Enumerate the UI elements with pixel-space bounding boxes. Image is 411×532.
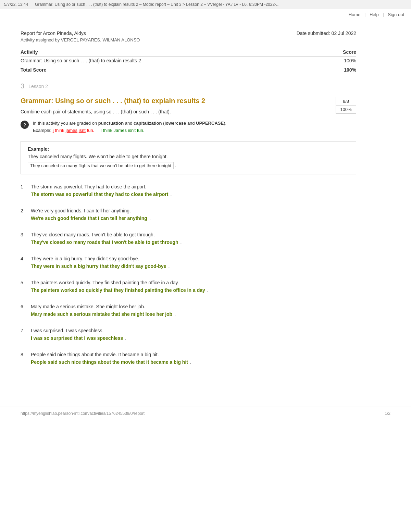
table-row: 7 I was surprised. I was speechless. I w… [21,328,356,341]
question-answer: They've closed so many roads that I won'… [31,239,356,245]
question-answer: I was so surprised that I was speechless… [31,335,356,341]
question-number: 5 [21,280,26,285]
total-score: 100% [323,65,356,74]
activity-header: Activity [21,48,323,57]
top-nav: Home | Help | Sign out [0,9,411,20]
question-body: They've closed many roads. I won't be ab… [31,232,356,245]
question-body: They were in a big hurry. They didn't sa… [31,256,356,269]
report-info: Report for Arcon Pineda, Aidys Activity … [21,30,140,42]
answer-text: The painters worked so quickly that they… [31,287,205,293]
instruction-text: Combine each pair of statements, using s… [21,109,356,114]
answer-text: I was so surprised that I was speechless [31,335,123,341]
answer-period: . [149,215,151,221]
breadcrumb-lesson: Lesson 2 [28,84,48,89]
sign-out-link[interactable]: Sign out [388,12,404,17]
question-prompt: The storm was powerful. They had to clos… [31,184,356,189]
footer-url: https://myenglishlab.pearson-intl.com/ac… [21,411,145,416]
score-percent: 100% [336,106,356,113]
example-answer-text: They canceled so many flights that we wo… [28,162,174,169]
table-row: 1 The storm was powerful. They had to cl… [21,184,356,197]
activity-name: Grammar: Using so or such . . . (that) t… [21,57,323,65]
question-number: 2 [21,208,26,213]
page-number: 1/2 [385,411,390,416]
answer-text: They were in such a big hurry that they … [31,263,166,269]
table-row: 4 They were in a big hurry. They didn't … [21,256,356,269]
answer-period: . [180,239,182,245]
question-prompt: We're very good friends. I can tell her … [31,208,356,213]
question-prompt: They were in a big hurry. They didn't sa… [31,256,356,261]
question-body: People said nice things about the movie.… [31,352,356,365]
help-icon: ? [21,121,29,129]
answer-text: They've closed so many roads that I won'… [31,239,178,245]
question-answer: They were in such a big hurry that they … [31,263,356,269]
total-label: Total Score [21,65,323,74]
question-body: We're very good friends. I can tell her … [31,208,356,221]
question-body: Mary made a serious mistake. She might l… [31,304,356,317]
answer-period: . [125,335,126,341]
question-answer: Mary made such a serious mistake that sh… [31,311,356,317]
example-answer: They canceled so many flights that we wo… [28,162,349,169]
grading-note-text: In this activity you are graded on punct… [33,120,226,134]
question-number: 7 [21,328,26,333]
question-answer: People said such nice things about the m… [31,359,356,365]
example-label: Example: [28,146,349,152]
help-link[interactable]: Help [370,12,379,17]
home-link[interactable]: Home [349,12,361,17]
score-header: Score [323,48,356,57]
total-row: Total Score 100% [21,65,356,74]
table-row: 3 They've closed many roads. I won't be … [21,232,356,245]
answer-text: People said such nice things about the m… [31,359,188,365]
breadcrumb-number: 3 [21,82,24,90]
main-content: Report for Arcon Pineda, Aidys Activity … [0,20,377,386]
tab-timestamp: 5/7/22, 13:44 [4,2,28,7]
question-prompt: Mary made a serious mistake. She might l… [31,304,356,309]
question-prompt: People said nice things about the movie.… [31,352,356,357]
answer-text: Mary made such a serious mistake that sh… [31,311,172,317]
question-number: 1 [21,184,26,189]
question-answer: The painters worked so quickly that they… [31,287,356,293]
that-text-1: that [122,109,130,114]
such-text: such [139,109,149,114]
question-prompt: They've closed many roads. I won't be ab… [31,232,356,237]
answer-period: . [174,311,176,317]
question-body: The painters worked quickly. They finish… [31,280,356,293]
tab-title: Grammar: Using so or such . . . (that) t… [35,2,279,7]
breadcrumb: 3 Lesson 2 [21,82,356,90]
answer-period: . [168,263,170,269]
question-number: 8 [21,352,26,357]
answer-text: We're such good friends that I can tell … [31,215,147,221]
report-date: Date submitted: 02 Jul 2022 [297,30,356,42]
answer-period: . [190,359,191,365]
activity-section: 8/8 100% Grammar: Using so or such . . .… [21,97,356,365]
activity-title: Grammar: Using so or such . . . (that) t… [21,97,356,105]
question-body: The storm was powerful. They had to clos… [31,184,356,197]
score-row: Grammar: Using so or such . . . (that) t… [21,57,356,65]
table-row: 8 People said nice things about the movi… [21,352,356,365]
example-period: . [175,163,176,168]
example-box: Example: They canceled many flights. We … [21,141,356,174]
question-answer: We're such good friends that I can tell … [31,215,356,221]
activity-score-box: 8/8 100% [336,97,356,114]
question-prompt: I was surprised. I was speechless. [31,328,356,333]
answer-period: . [207,287,209,293]
example-source: They canceled many flights. We won't be … [28,154,349,159]
grading-note: ? In this activity you are graded on pun… [21,120,356,134]
browser-tab: 5/7/22, 13:44 Grammar: Using so or such … [0,0,411,9]
questions-list: 1 The storm was powerful. They had to cl… [21,184,356,365]
table-row: 5 The painters worked quickly. They fini… [21,280,356,293]
question-number: 3 [21,232,26,237]
question-number: 6 [21,304,26,309]
question-answer: The storm was so powerful that they had … [31,191,356,197]
question-number: 4 [21,256,26,261]
table-row: 6 Mary made a serious mistake. She might… [21,304,356,317]
assigned-by: Activity assigned by VERGEL PAYARES, WIL… [21,37,140,42]
activity-score: 100% [323,57,356,65]
report-header: Report for Arcon Pineda, Aidys Activity … [21,30,356,42]
so-text: so [107,109,112,114]
that-text-2: that [160,109,168,114]
score-table: Activity Score Grammar: Using so or such… [21,48,356,74]
table-row: 2 We're very good friends. I can tell he… [21,208,356,221]
answer-text: The storm was so powerful that they had … [31,191,168,197]
answer-period: . [170,191,172,197]
question-body: I was surprised. I was speechless. I was… [31,328,356,341]
